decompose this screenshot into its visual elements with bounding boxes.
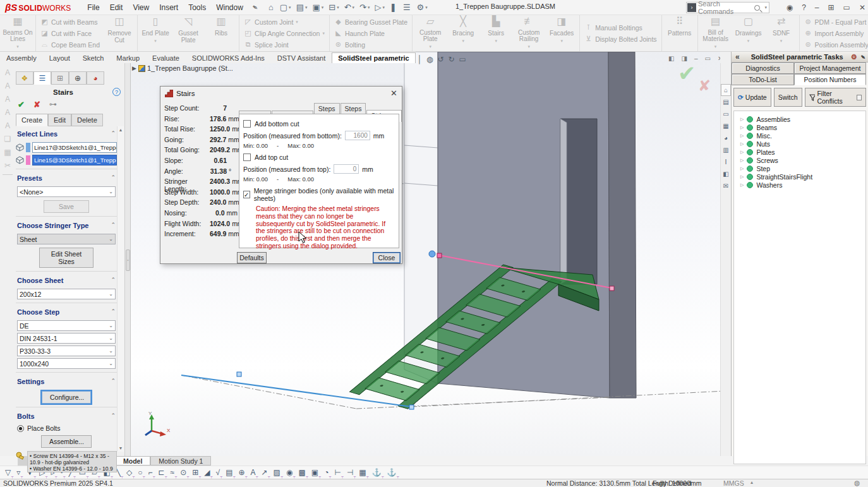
assemble-button[interactable]: Assemble... (41, 435, 92, 448)
weld-table-icon[interactable]: ▦ (4, 148, 11, 157)
drawings-button[interactable]: ▢Drawings▾ (733, 16, 764, 50)
scroll-down-icon[interactable]: ▼ (119, 446, 123, 450)
close-icon[interactable]: ✕ (859, 3, 865, 12)
edit-sheet-sizes-button[interactable]: Edit Sheet Sizes (39, 248, 93, 268)
defaults-button[interactable]: Defaults (237, 252, 267, 263)
tab-markup[interactable]: Markup (110, 52, 146, 63)
menu-edit[interactable]: Edit (105, 1, 128, 14)
menu-window[interactable]: Window (211, 1, 248, 14)
sheet-dropdown[interactable]: 200x12⌄ (17, 289, 116, 299)
search-dropdown-icon[interactable]: ▾ (764, 5, 767, 10)
custom-plate-button[interactable]: ▱Custom Plate▾ (414, 16, 446, 50)
task-pane-pin-icon[interactable]: ✒ (859, 52, 867, 61)
pdm-button[interactable]: ⊜PDM - Equal Part Detection (802, 16, 868, 27)
account-icon[interactable]: ◉ (787, 3, 793, 12)
tree-item[interactable]: ▷Screws (740, 156, 865, 164)
bracing-button[interactable]: ╳Bracing▾ (447, 16, 479, 50)
viewport-restore-icon[interactable]: ▭ (704, 55, 710, 62)
dock-left-icon[interactable]: ◧ (668, 55, 674, 62)
home-tab-icon[interactable]: ⌂ (721, 84, 731, 96)
tree-item[interactable]: ▷Washers (740, 181, 865, 189)
plane-icon[interactable]: ◇ (126, 468, 132, 477)
collapse-icon[interactable]: ⌃ (111, 222, 116, 229)
feature-manager-tab[interactable]: ❖ (16, 71, 33, 85)
appearances-scenes-icon[interactable]: ◕ (721, 132, 731, 144)
cope-beam-end-button[interactable]: ⌓Cope Beam End (38, 39, 102, 50)
tab-delete[interactable]: Delete (71, 114, 103, 126)
collapse-pane-icon[interactable]: « (735, 52, 740, 61)
expand-triangle-icon[interactable]: ▷ (740, 141, 744, 147)
area-hatch-icon[interactable]: ▩ (298, 468, 305, 477)
clip-angle-button[interactable]: ◰Clip Angle Connection▾ (241, 28, 327, 39)
selection-filter-icon[interactable]: ▽ (5, 468, 11, 477)
tree-item[interactable]: ▷Nuts (740, 140, 865, 148)
menu-tools[interactable]: Tools (183, 1, 211, 14)
zoom-note-icon[interactable]: ⊕ (238, 468, 244, 477)
tab-solidsteel-parametric[interactable]: SolidSteel parametric (332, 52, 416, 63)
custom-railing-button[interactable]: ≢Custom Railing▾ (513, 16, 545, 50)
beams-on-lines-button[interactable]: ▦Beams On Lines▾ (2, 16, 33, 50)
confirmation-cancel-icon[interactable]: ✘ (698, 77, 711, 95)
collapse-icon[interactable]: ⌃ (111, 412, 116, 420)
display-bolted-joints-button[interactable]: ⊻Display Bolted Joints (582, 33, 659, 44)
reference-point-icon[interactable]: ○ (138, 468, 142, 477)
help-icon[interactable]: ? (802, 3, 806, 12)
note-icon[interactable]: ▤ (226, 468, 232, 477)
menu-file[interactable]: File (82, 1, 104, 14)
bolting-button[interactable]: ⊛Bolting (332, 39, 410, 50)
search-input[interactable]: Search Commands (698, 0, 754, 15)
minimize-icon[interactable]: – (815, 3, 819, 12)
step-standard-dropdown[interactable]: DE⌄ (17, 320, 116, 331)
place-bolts-radio[interactable]: Place Bolts (17, 424, 116, 432)
expand-triangle-icon[interactable]: ▷ (740, 117, 744, 122)
annotation-frame-icon[interactable]: A (5, 121, 10, 130)
new-document-icon[interactable]: ▢▾ (277, 2, 294, 13)
search-commands-box[interactable]: › Search Commands ▾ (686, 2, 769, 13)
checkbox-icon[interactable] (243, 153, 251, 161)
filter-conflicts-button[interactable]: Filter Conflicts (805, 88, 866, 107)
design-library-icon[interactable]: ▤ (721, 96, 731, 108)
collapse-icon[interactable]: ⌃ (111, 308, 116, 316)
polyline-icon[interactable]: ⊏ (159, 468, 165, 477)
gusset-plate-button[interactable]: ◹Gusset Plate (172, 16, 204, 50)
tree-item[interactable]: ▷Misc. (740, 131, 865, 140)
position-assembly-button[interactable]: ⊚Position Assembly (802, 39, 868, 50)
menu-pin-icon[interactable]: ✒ (250, 2, 260, 13)
expand-triangle-icon[interactable]: ▷ (740, 133, 744, 138)
tab-evaluate[interactable]: Evaluate (146, 52, 186, 63)
attachment-icon[interactable]: ❚ (387, 2, 401, 13)
cut-with-beams-button[interactable]: ◩Cut with Beams (38, 16, 102, 27)
collapse-icon[interactable]: ⌃ (111, 130, 116, 138)
cancel-button[interactable]: ✘ (33, 100, 40, 109)
expand-triangle-icon[interactable]: ▷ (740, 174, 744, 179)
haunch-plate-button[interactable]: ◣Haunch Plate (332, 28, 410, 39)
viewport-close-icon[interactable]: ✕ (718, 55, 720, 62)
tab-assembly[interactable]: Assembly (0, 52, 43, 63)
pink-endpoint-handle-left[interactable] (437, 253, 442, 258)
ok-button[interactable]: ✔ (18, 100, 25, 109)
feature-tree-flyout[interactable]: ▶ 1_Treppen Baugruppe (St... (132, 64, 233, 72)
position-top-input[interactable]: 0 (334, 164, 359, 174)
display-style-icon[interactable]: ◍ (426, 55, 433, 64)
restore-icon[interactable]: ▭ (843, 3, 850, 12)
rotate-right-icon[interactable]: ↻ (449, 55, 455, 64)
tab-solidworks-addins[interactable]: SOLIDWORKS Add-Ins (186, 52, 271, 63)
slot-icon[interactable]: ⌐ (148, 468, 153, 477)
tree-item[interactable]: ▷Beams (740, 123, 865, 131)
file-explorer-icon[interactable]: ▭ (721, 108, 731, 120)
settings-gear-icon[interactable]: ⚙▾ (414, 2, 430, 13)
smart-dimension-icon[interactable]: ↗ (262, 468, 268, 477)
presets-header[interactable]: Presets⌃ (16, 171, 117, 184)
annotation-balloon-icon[interactable]: A (5, 81, 10, 90)
chamfer-icon[interactable]: ◢ (204, 468, 210, 477)
add-bottom-cut-checkbox[interactable]: Add bottom cut (243, 120, 395, 128)
units-selector[interactable]: MMGS (723, 479, 744, 487)
sketch-picture-icon[interactable]: ▦ (359, 468, 366, 477)
select-icon[interactable]: ▷▾ (373, 2, 388, 13)
wall-right-face[interactable] (608, 52, 636, 398)
3d-content-icon[interactable]: ◧ (721, 168, 731, 180)
collapse-icon[interactable]: ⌃ (111, 277, 116, 284)
expand-triangle-icon[interactable]: ▷ (740, 125, 744, 130)
tree-item[interactable]: ▷Assemblies (740, 115, 865, 123)
collapse-icon[interactable]: ⌃ (111, 378, 116, 385)
